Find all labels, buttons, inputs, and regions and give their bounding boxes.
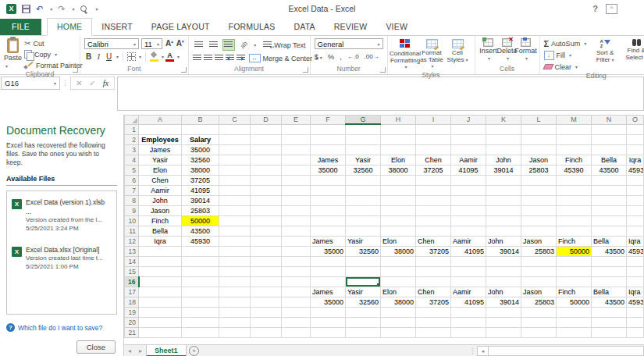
fill-dropdown-icon[interactable] [569,52,571,58]
cell-C13[interactable] [219,246,251,256]
currency-dropdown-icon[interactable] [320,55,322,60]
cell-N13[interactable]: 43500 [592,246,627,256]
column-header-K[interactable]: K [486,116,521,125]
cell-K12[interactable]: John [486,236,521,246]
cell-H13[interactable]: 38000 [381,246,416,256]
cell-K20[interactable] [486,317,521,327]
cell-F5[interactable]: 35000 [311,165,346,175]
cell-K15[interactable] [486,266,521,276]
cell-F7[interactable] [311,185,346,195]
cell-K3[interactable] [486,144,521,155]
insert-cells-button[interactable]: Insert [479,38,498,65]
align-left-button[interactable] [193,52,201,64]
cell-A3[interactable]: James [139,144,182,155]
cell-C18[interactable] [219,297,251,307]
decrease-decimal-button[interactable]: .00→ [365,53,379,60]
selected-cell[interactable] [346,276,381,287]
row-header-14[interactable]: 14 [125,256,139,266]
cell-N14[interactable] [592,256,627,266]
cell-I18[interactable]: 37205 [416,297,451,307]
tab-formulas[interactable]: FORMULAS [219,19,285,35]
align-center-button[interactable] [204,52,212,64]
row-header-8[interactable]: 8 [125,195,139,205]
cell-E13[interactable] [282,246,311,256]
cell-A1[interactable] [139,124,182,134]
cell-F14[interactable] [311,256,346,266]
cell-A10[interactable]: Finch [139,215,182,226]
row-header-1[interactable]: 1 [125,124,139,134]
cell-K13[interactable]: 39014 [486,246,521,256]
autosum-dropdown-icon[interactable] [584,41,586,46]
cell-O14[interactable] [627,256,644,266]
cell-E18[interactable] [282,297,311,307]
row-header-17[interactable]: 17 [125,287,139,297]
orientation-dropdown-icon[interactable] [254,42,256,48]
cell-A15[interactable] [139,266,182,276]
cell-O9[interactable] [627,205,644,215]
cell-G19[interactable] [346,307,381,317]
cell-G5[interactable]: 32560 [346,165,381,175]
cell-N21[interactable] [592,327,627,337]
delete-cells-button[interactable]: Delete [498,38,517,65]
help-link[interactable]: ? Which file do I want to save? [6,323,117,332]
cell-J13[interactable]: 41095 [451,246,486,256]
cell-H2[interactable] [381,134,416,144]
row-header-21[interactable]: 21 [125,327,139,337]
cell-J4[interactable]: Aamir [451,155,486,165]
cell-I21[interactable] [416,327,451,337]
currency-button[interactable]: $ [315,52,322,61]
clipboard-dialog-launcher-icon[interactable] [73,67,78,73]
cell-A11[interactable]: Bella [139,226,182,236]
cell-G11[interactable] [346,226,381,236]
cell-K14[interactable] [486,256,521,266]
cell-D15[interactable] [251,266,282,276]
cell-B21[interactable] [182,327,219,337]
copy-dropdown-icon[interactable] [55,52,57,57]
cell-L12[interactable]: Jason [521,236,557,246]
cell-D11[interactable] [251,226,282,236]
formula-input[interactable] [117,77,644,111]
cell-N19[interactable] [592,307,627,317]
cell-E16[interactable] [282,276,311,287]
redo-icon[interactable]: ↷ [58,5,65,13]
cell-O7[interactable] [627,185,644,195]
row-header-2[interactable]: 2 [125,134,139,144]
cell-D20[interactable] [251,317,282,327]
column-header-N[interactable]: N [592,116,627,125]
cell-F8[interactable] [311,195,346,205]
cell-styles-dropdown-icon[interactable] [465,57,468,64]
font-color-dropdown-icon[interactable] [177,54,180,59]
row-header-10[interactable]: 10 [125,215,139,226]
cell-M14[interactable] [557,256,592,266]
cell-E14[interactable] [282,256,311,266]
tab-review[interactable]: REVIEW [325,19,377,35]
cell-F11[interactable] [311,226,346,236]
cell-styles-button[interactable]: Cell Styles [445,38,471,71]
underline-button[interactable]: U [105,52,113,62]
cell-H7[interactable] [381,185,416,195]
cell-L10[interactable] [521,215,557,226]
copy-button[interactable]: Copy [24,49,83,59]
cell-M19[interactable] [557,307,592,317]
cell-E10[interactable] [282,215,311,226]
wrap-text-button[interactable]: Wrap Text [263,40,305,50]
cell-C5[interactable] [219,165,251,175]
cell-N7[interactable] [592,185,627,195]
cell-F2[interactable] [311,134,346,144]
cell-C11[interactable] [219,226,251,236]
alignment-dialog-launcher-icon[interactable] [303,67,308,73]
tab-data[interactable]: DATA [285,19,325,35]
row-header-16[interactable]: 16 [125,276,139,287]
tab-file[interactable]: FILE [0,19,41,35]
cell-N18[interactable]: 43500 [592,297,627,307]
cell-F16[interactable] [311,276,346,287]
font-dialog-launcher-icon[interactable] [181,67,187,73]
cell-F13[interactable]: 35000 [311,246,346,256]
cell-H16[interactable] [381,276,416,287]
cell-M18[interactable]: 50000 [557,297,592,307]
print-preview-icon[interactable] [80,5,88,13]
cell-A14[interactable] [139,256,182,266]
cell-G15[interactable] [346,266,381,276]
cell-C12[interactable] [219,236,251,246]
cell-F21[interactable] [311,327,346,337]
